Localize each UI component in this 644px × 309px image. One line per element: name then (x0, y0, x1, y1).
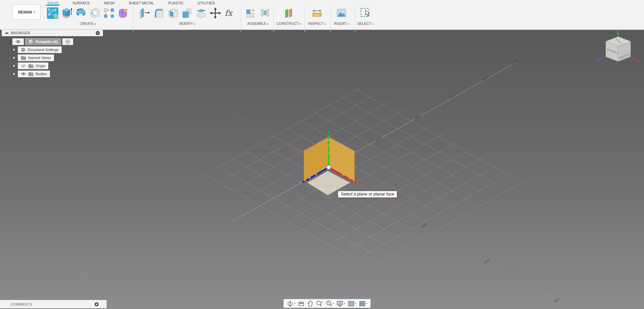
rectangular-pattern-button[interactable] (102, 6, 116, 20)
top-toolbar: DESIGN ▾ SOLID SURFACE MESH SHEET METAL … (0, 0, 644, 30)
orbit-button[interactable]: ▾ (285, 300, 297, 307)
component-visibility-toggle[interactable] (12, 38, 24, 45)
new-component-button[interactable] (244, 6, 258, 20)
collapsed-caret-icon[interactable] (12, 63, 16, 68)
fillet-icon (153, 7, 165, 19)
combine-button[interactable] (180, 6, 194, 20)
ribbon-separator (305, 6, 305, 33)
chevron-down-icon: ▾ (294, 302, 296, 305)
revolve-icon (75, 7, 87, 19)
tab-surface[interactable]: SURFACE (71, 0, 91, 6)
selection-tooltip: Select a plane or planar face (338, 191, 397, 197)
eye-icon[interactable] (21, 72, 26, 76)
plus-circle-icon (94, 302, 99, 307)
change-parameters-button[interactable]: fx (223, 6, 236, 20)
tree-row-named-views: Named Views (12, 54, 103, 61)
browser-item-bodies[interactable]: Bodies (18, 71, 50, 77)
create-sketch-button[interactable] (46, 6, 59, 20)
chevron-down-icon: ▾ (300, 23, 301, 26)
folder-icon (21, 56, 26, 60)
tab-mesh[interactable]: MESH (103, 0, 116, 6)
shell-button[interactable] (166, 6, 180, 20)
collapsed-caret-icon[interactable] (12, 72, 16, 76)
fillet-button[interactable] (152, 6, 166, 20)
viewports-icon (359, 300, 366, 307)
activate-component-radio[interactable] (62, 38, 73, 45)
ribbon-separator (273, 6, 274, 33)
origin-point[interactable] (327, 165, 331, 170)
viewports-button[interactable]: ▾ (358, 300, 369, 307)
create-sketch-icon (47, 7, 59, 19)
pan-button[interactable] (306, 300, 315, 307)
insert-group-dropdown[interactable]: INSERT ▾ (331, 21, 352, 26)
view-cube[interactable]: TOP FRONT RIGHT Y Z X (597, 29, 641, 70)
create-form-button[interactable] (116, 6, 130, 20)
extrude-icon (61, 7, 73, 19)
radio-dot-icon (65, 39, 70, 44)
grid-settings-button[interactable]: ▾ (346, 300, 358, 307)
collapsed-caret-icon[interactable] (12, 47, 16, 52)
svg-text:fx: fx (225, 8, 233, 18)
svg-text:±: ± (321, 300, 323, 304)
component-cube-icon (28, 39, 34, 44)
revolve-button[interactable] (74, 6, 88, 20)
browser-item-origin[interactable]: Origin (18, 62, 48, 69)
move-copy-button[interactable] (209, 6, 222, 20)
browser-panel: ◀◀ BROWSER (2, 30, 103, 79)
eye-hidden-icon[interactable] (21, 64, 26, 68)
expand-triangle-icon[interactable] (6, 39, 11, 44)
tab-solid[interactable]: SOLID (46, 0, 60, 6)
group-create: CREATE ▾ (45, 6, 131, 26)
select-group-dropdown[interactable]: SELECT ▾ (355, 21, 376, 26)
item-label: Origin (36, 64, 45, 68)
insert-image-button[interactable] (335, 6, 348, 20)
comments-bar[interactable]: COMMENTS (0, 300, 107, 308)
x-axis-line (233, 114, 558, 296)
zoom-button[interactable]: ± (315, 300, 324, 307)
collapsed-caret-icon[interactable] (12, 55, 16, 60)
fit-button[interactable]: ▾ (325, 300, 335, 307)
press-pull-button[interactable] (138, 6, 152, 20)
extrude-button[interactable] (60, 6, 73, 20)
create-group-dropdown[interactable]: CREATE ▾ (45, 21, 131, 26)
tab-utilities[interactable]: UTILITIES (196, 0, 216, 6)
folder-icon (28, 64, 34, 68)
display-settings-button[interactable]: ▾ (335, 300, 346, 307)
minimize-panel-icon[interactable] (96, 31, 100, 35)
look-at-button[interactable] (297, 300, 306, 307)
orbit-icon (286, 300, 294, 307)
browser-item-document-settings[interactable]: Document Settings (18, 46, 62, 53)
assemble-group-dropdown[interactable]: ASSEMBLE ▾ (244, 21, 272, 26)
hole-button[interactable] (88, 6, 102, 20)
z-axis-indicator (600, 57, 606, 60)
grid-icon (347, 300, 355, 307)
z-grid-axis-line (232, 62, 516, 221)
modify-group-label: MODIFY (179, 21, 193, 26)
item-label: Document Settings (28, 48, 59, 52)
modify-group-dropdown[interactable]: MODIFY ▾ (136, 21, 239, 26)
eye-icon (15, 40, 21, 44)
y-axis-tip (328, 132, 330, 133)
browser-item-component[interactable]: Pumpkin v11 (25, 38, 61, 45)
move-copy-icon (209, 7, 221, 19)
browser-header: ◀◀ BROWSER (2, 30, 103, 36)
measure-button[interactable] (310, 6, 324, 20)
add-comment-button[interactable] (94, 302, 99, 307)
collapse-panel-icon[interactable]: ◀◀ (5, 32, 7, 35)
tab-sheet-metal[interactable]: SHEET METAL (127, 0, 155, 6)
ribbon-separator (241, 6, 241, 33)
mouse-cursor (365, 10, 371, 17)
construct-group-dropdown[interactable]: CONSTRUCT ▾ (275, 21, 303, 26)
change-parameters-icon: fx (223, 7, 235, 19)
browser-item-named-views[interactable]: Named Views (18, 54, 54, 61)
split-body-button[interactable] (195, 6, 208, 20)
toolbar-tabs: SOLID SURFACE MESH SHEET METAL PLASTIC U… (46, 0, 216, 6)
tab-plastic[interactable]: PLASTIC (167, 0, 185, 6)
split-body-icon (195, 7, 207, 19)
joint-button[interactable] (258, 6, 272, 20)
inspect-group-dropdown[interactable]: INSPECT ▾ (305, 21, 329, 26)
construction-plane-button[interactable] (282, 6, 296, 20)
group-construct: CONSTRUCT ▾ (275, 6, 303, 26)
comments-label: COMMENTS (10, 302, 94, 306)
group-insert: INSERT ▾ (331, 6, 352, 26)
